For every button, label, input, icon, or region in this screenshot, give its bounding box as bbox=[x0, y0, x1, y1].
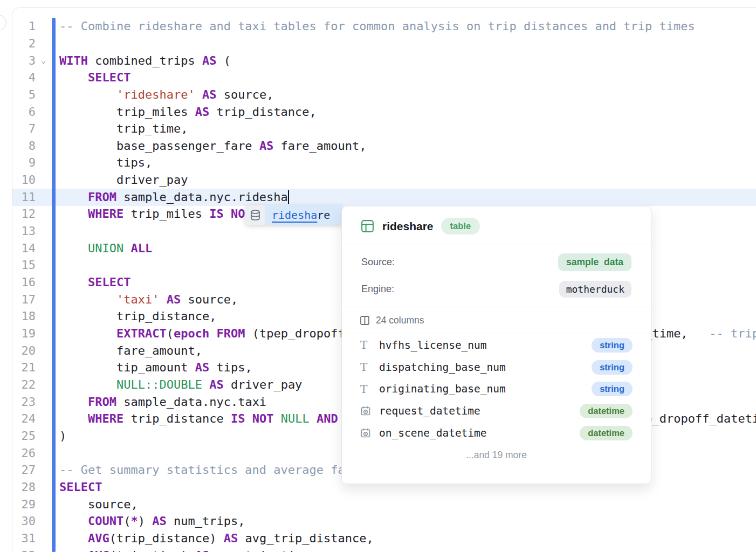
code-line[interactable]: 10 driver_pay bbox=[0, 171, 756, 189]
line-number[interactable]: 31 bbox=[13, 530, 36, 547]
line-number[interactable]: 1 bbox=[13, 18, 36, 35]
column-type-badge: string bbox=[592, 360, 633, 375]
code-text: COUNT(*) AS num_trips, bbox=[59, 513, 245, 530]
code-line[interactable]: 8 base_passenger_fare AS fare_amount, bbox=[0, 137, 756, 155]
code-text: SELECT bbox=[59, 69, 130, 86]
code-line[interactable]: 4 SELECT bbox=[0, 69, 756, 86]
line-number[interactable]: 6 bbox=[13, 104, 36, 121]
code-line[interactable]: 5 'rideshare' AS source, bbox=[0, 86, 756, 104]
column-name: dispatching_base_num bbox=[379, 361, 506, 374]
line-number[interactable]: 23 bbox=[13, 394, 36, 411]
text-type-icon: T bbox=[360, 339, 373, 351]
line-number[interactable]: 28 bbox=[13, 479, 36, 496]
line-number[interactable]: 12 bbox=[13, 205, 36, 223]
code-text: trip_miles AS trip_distance, bbox=[59, 104, 317, 121]
columns-icon bbox=[360, 315, 370, 326]
info-value-badge: motherduck bbox=[559, 281, 631, 298]
calendar-clock-icon bbox=[360, 405, 373, 416]
code-line[interactable]: 1-- Combine rideshare and taxi tables fo… bbox=[0, 18, 756, 35]
column-name: on_scene_datetime bbox=[379, 427, 487, 439]
code-line[interactable]: 2 bbox=[0, 35, 756, 52]
code-line[interactable]: 3⌄WITH combined_trips AS ( bbox=[0, 52, 756, 70]
autocomplete-rest-text: re bbox=[317, 209, 330, 222]
code-text: trip_distance, bbox=[59, 308, 216, 325]
code-line[interactable]: 30 COUNT(*) AS num_trips, bbox=[0, 513, 756, 530]
line-number[interactable]: 16 bbox=[13, 274, 36, 291]
info-value-badge: sample_data bbox=[558, 253, 631, 271]
code-line[interactable]: 29 source, bbox=[0, 496, 756, 513]
code-text: tip_amount AS tips, bbox=[59, 359, 252, 376]
code-line[interactable]: 31 AVG(trip_distance) AS avg_trip_distan… bbox=[0, 530, 756, 547]
calendar-clock-icon bbox=[360, 427, 373, 438]
code-text: fare_amount, bbox=[59, 342, 202, 360]
code-text: 'taxi' AS source, bbox=[59, 291, 238, 308]
line-number[interactable]: 15 bbox=[13, 257, 36, 274]
code-line[interactable]: 32 AVG(trip_time) AS avg_trip_time, bbox=[0, 547, 756, 552]
fold-chevron-icon[interactable]: ⌄ bbox=[41, 52, 46, 70]
column-name: hvfhs_license_num bbox=[379, 339, 487, 351]
code-line[interactable]: 11 FROM sample_data.nyc.ridesha bbox=[0, 189, 756, 206]
autocomplete-matched-text: ridesha bbox=[272, 209, 317, 222]
line-number[interactable]: 21 bbox=[13, 359, 36, 376]
column-name: originating_base_num bbox=[379, 383, 506, 395]
line-number[interactable]: 18 bbox=[13, 308, 36, 325]
code-line[interactable]: 6 trip_miles AS trip_distance, bbox=[0, 104, 756, 121]
table-info-card: rideshare table Source:sample_dataEngine… bbox=[341, 206, 651, 484]
text-type-icon: T bbox=[360, 361, 373, 374]
more-columns-label: ...and 19 more bbox=[342, 444, 651, 461]
line-number[interactable]: 19 bbox=[13, 325, 36, 342]
info-row: Engine:motherduck bbox=[342, 276, 651, 302]
line-number[interactable]: 24 bbox=[13, 410, 36, 427]
code-text: trip_time, bbox=[59, 120, 188, 137]
code-text: AVG(trip_time) AS avg_trip_time, bbox=[59, 547, 317, 552]
info-label: Engine: bbox=[361, 284, 394, 295]
line-number[interactable]: 17 bbox=[13, 291, 36, 308]
line-number[interactable]: 10 bbox=[13, 171, 36, 189]
table-type-badge: table bbox=[441, 218, 480, 234]
info-row: Source:sample_data bbox=[342, 249, 651, 276]
line-number[interactable]: 25 bbox=[13, 427, 36, 445]
line-number[interactable]: 14 bbox=[13, 240, 36, 257]
code-text: SELECT bbox=[59, 274, 130, 291]
line-number[interactable]: 4 bbox=[13, 69, 36, 86]
column-row: Tdispatching_base_numstring bbox=[342, 356, 651, 378]
code-text: 'rideshare' AS source, bbox=[59, 86, 273, 104]
code-text: source, bbox=[59, 496, 138, 513]
text-cursor bbox=[288, 190, 289, 204]
text-type-icon: T bbox=[360, 383, 373, 396]
line-number[interactable]: 30 bbox=[13, 513, 36, 530]
column-name: request_datetime bbox=[379, 405, 480, 417]
line-number[interactable]: 2 bbox=[13, 35, 36, 52]
columns-count-label: 24 columns bbox=[376, 315, 424, 326]
columns-summary: 24 columns bbox=[342, 307, 651, 334]
table-name: rideshare bbox=[382, 220, 434, 233]
column-row: Toriginating_base_numstring bbox=[342, 378, 651, 400]
line-number[interactable]: 13 bbox=[13, 223, 36, 240]
line-number[interactable]: 9 bbox=[13, 154, 36, 171]
line-number[interactable]: 20 bbox=[13, 342, 36, 360]
autocomplete-item-rideshare[interactable]: rideshare bbox=[265, 205, 343, 225]
line-number[interactable]: 22 bbox=[13, 376, 36, 394]
code-text: WITH combined_trips AS ( bbox=[59, 52, 231, 70]
line-number[interactable]: 29 bbox=[13, 496, 36, 513]
line-number[interactable]: 32 bbox=[13, 547, 36, 552]
line-number[interactable]: 5 bbox=[13, 86, 36, 104]
line-number[interactable]: 27 bbox=[13, 461, 36, 479]
code-text: ) bbox=[59, 427, 66, 445]
autocomplete-popup: rideshare bbox=[245, 205, 343, 225]
line-number[interactable]: 8 bbox=[13, 137, 36, 155]
code-text: FROM sample_data.nyc.taxi bbox=[59, 394, 266, 411]
code-text: AVG(trip_distance) AS avg_trip_distance, bbox=[59, 530, 374, 547]
code-text: NULL::DOUBLE AS driver_pay bbox=[59, 376, 302, 394]
code-line[interactable]: 7 trip_time, bbox=[0, 120, 756, 137]
code-text: tips, bbox=[59, 154, 152, 171]
column-type-badge: datetime bbox=[580, 404, 633, 418]
line-number[interactable]: 11 bbox=[13, 189, 36, 206]
info-label: Source: bbox=[361, 257, 395, 268]
line-number[interactable]: 7 bbox=[13, 120, 36, 137]
code-text: UNION ALL bbox=[59, 240, 152, 257]
line-number[interactable]: 26 bbox=[13, 445, 36, 462]
code-line[interactable]: 9 tips, bbox=[0, 154, 756, 171]
table-icon bbox=[360, 219, 375, 233]
line-number[interactable]: 3 bbox=[13, 52, 36, 70]
